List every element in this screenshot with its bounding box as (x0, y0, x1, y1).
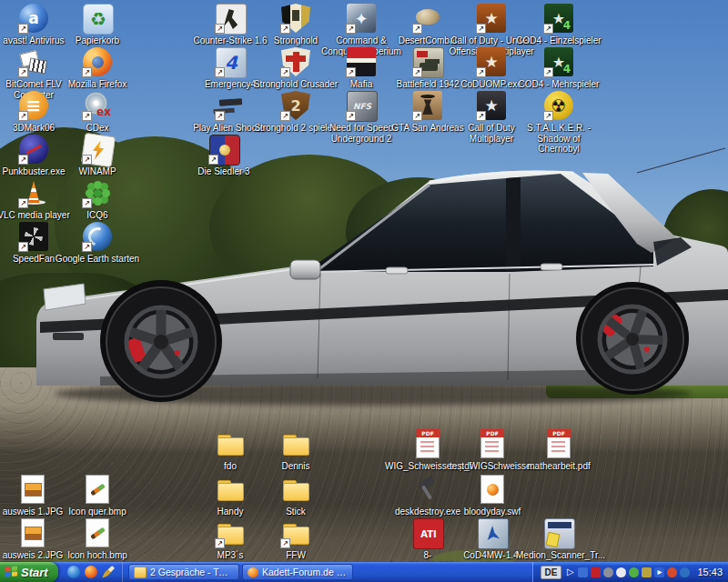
folder-icon (134, 567, 147, 578)
icon-label: Dennis (281, 461, 309, 472)
shortcut-arrow: ↗ (18, 242, 28, 252)
recycle-icon (83, 4, 114, 35)
shortcut-arrow: ↗ (280, 67, 290, 77)
icon-label: MP3´s (217, 550, 244, 561)
icon-label: Icon hoch.bmp (67, 550, 127, 561)
pdf-icon (416, 429, 440, 458)
shortcut-arrow: ↗ (215, 111, 225, 121)
folder-icon (281, 475, 310, 504)
swf-icon (480, 475, 504, 504)
shortcut-arrow: ↗ (280, 24, 290, 34)
shortcut-arrow: ↗ (215, 24, 225, 34)
desktop-icon[interactable]: ↗COD4 - Einzelspieler (516, 4, 602, 46)
start-button[interactable]: Start (0, 562, 58, 582)
shortcut-arrow: ↗ (215, 538, 225, 548)
tray-icon-group: ▷▸ (565, 567, 690, 577)
icon-label: CDex (86, 123, 108, 134)
task-button[interactable]: 2 Gespräche - Twisst... (128, 564, 239, 580)
desktop-icon[interactable]: ↗WINAMP (55, 135, 140, 177)
desktop-icon[interactable]: ↗Google Earth starten (55, 222, 140, 265)
desktop-icon[interactable]: ↗FFW (253, 518, 339, 561)
shortcut-arrow: ↗ (82, 111, 92, 121)
ati-icon (413, 518, 444, 549)
shortcut-arrow: ↗ (82, 198, 92, 208)
installer-icon (478, 518, 509, 549)
shortcut-arrow: ↗ (215, 67, 225, 77)
quick-launch (58, 562, 123, 582)
folder-icon (216, 475, 245, 504)
network-icon[interactable] (578, 567, 588, 577)
icon-label: Papierkorb (76, 35, 119, 46)
task-button-label: 2 Gespräche - Twisst... (150, 567, 234, 577)
speedfan-tray-icon[interactable] (642, 567, 652, 577)
icon-label: COD4 - Mehrspieler (519, 79, 600, 90)
jpg-icon (21, 475, 45, 504)
shortcut-arrow: ↗ (280, 111, 290, 121)
firefox-icon (248, 567, 258, 577)
media-player-icon[interactable]: ▸ (654, 567, 664, 577)
browser-icon[interactable] (85, 566, 97, 578)
shortcut-arrow: ↗ (346, 111, 356, 121)
icon-label: Handy (217, 507, 244, 517)
ati-icon[interactable] (591, 567, 601, 577)
bmp-icon (86, 475, 109, 504)
internet-explorer-icon[interactable] (67, 566, 80, 578)
desktop-icon[interactable]: Icon hoch.bmp (55, 518, 140, 561)
taskbar-clock[interactable]: 15:43 (693, 567, 723, 577)
desktop-icon[interactable]: ↗COD4 - Mehrspieler (516, 47, 602, 90)
scanner-icon (544, 518, 575, 549)
shortcut-arrow: ↗ (543, 111, 553, 121)
shortcut-arrow: ↗ (18, 67, 28, 77)
shortcut-arrow: ↗ (346, 67, 356, 77)
icon-label: COD4 - Einzelspieler (516, 35, 601, 46)
language-indicator[interactable]: DE (541, 566, 562, 579)
icon-label: Mozilla Firefox (68, 79, 126, 90)
desktop-icon[interactable]: bloodyday.swf (450, 475, 535, 517)
shortcut-arrow: ↗ (18, 24, 28, 34)
icon-label: fdo (224, 461, 237, 472)
icon-label: mathearbeit.pdf (527, 461, 591, 472)
desktop-icon-layer: ↗avast! AntivirusPapierkorb↗Counter-Stri… (0, 0, 728, 582)
icon-label: Google Earth starten (56, 254, 139, 265)
task-buttons: 2 Gespräche - Twisst...Kadett-Forum.de |… (123, 562, 353, 582)
icon-label: S.T.A.L.K.E.R. - Shadow of Chernobyl (516, 123, 602, 155)
desktop-icon[interactable]: Dennis (253, 429, 339, 472)
system-tray: DE ▷▸ 15:43 (532, 562, 728, 582)
desktop-icon[interactable]: ↗ICQ6 (55, 178, 140, 221)
avast-tray-icon[interactable] (667, 567, 677, 577)
volume-icon[interactable] (603, 567, 613, 577)
pencil-icon[interactable] (102, 566, 115, 578)
shortcut-arrow: ↗ (82, 242, 92, 252)
icon-label: Stronghold (274, 35, 318, 46)
desktop-icon[interactable]: ↗Die Siedler 3 (181, 135, 267, 177)
task-button[interactable]: Kadett-Forum.de | Ei... (242, 564, 353, 580)
folder-icon (281, 429, 310, 458)
icon-label: Die Siedler 3 (197, 166, 249, 177)
taskbar: Start 2 Gespräche - Twisst...Kadett-Foru… (0, 562, 728, 582)
jpg-icon (21, 518, 45, 547)
shortcut-arrow: ↗ (208, 155, 218, 165)
icq-tray-icon[interactable] (629, 567, 639, 577)
desktop-icon[interactable]: ↗Mozilla Firefox (55, 47, 140, 90)
bmp-icon (86, 518, 109, 547)
desktop-icon[interactable]: Medion_Scanner_Tr... (516, 518, 602, 561)
shortcut-arrow: ↗ (82, 67, 92, 77)
desktop-icon[interactable]: ↗CDex (55, 91, 140, 134)
bluetooth-icon[interactable] (680, 567, 690, 577)
icon-label: Stick (286, 507, 306, 517)
desktop-icon[interactable]: ↗S.T.A.L.K.E.R. - Shadow of Chernobyl (516, 91, 602, 155)
icon-label: Emergency4 (205, 79, 256, 90)
play-outline-icon[interactable]: ▷ (565, 567, 575, 577)
clock-widget-icon[interactable] (616, 567, 626, 577)
pdf-icon (547, 429, 571, 458)
desktop-icon[interactable]: Papierkorb (55, 4, 140, 46)
icon-label: bloodyday.swf (464, 507, 521, 517)
shortcut-arrow: ↗ (346, 24, 356, 34)
hammer-icon (413, 475, 442, 504)
desktop-icon[interactable]: Icon quer.bmp (55, 475, 140, 517)
desktop-icon[interactable]: mathearbeit.pdf (516, 429, 602, 472)
desktop: ↗avast! AntivirusPapierkorb↗Counter-Stri… (0, 0, 728, 582)
icon-label: SpeedFan (13, 254, 55, 265)
desktop-icon[interactable]: Stick (253, 475, 339, 517)
shortcut-arrow: ↗ (543, 24, 553, 34)
